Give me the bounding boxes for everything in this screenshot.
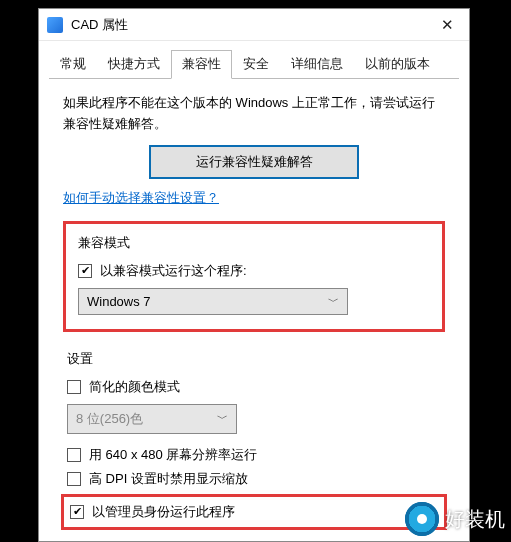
close-button[interactable]: ✕ — [425, 10, 469, 40]
close-icon: ✕ — [441, 16, 454, 34]
reduced-color-label: 简化的颜色模式 — [89, 378, 180, 396]
chevron-down-icon: ﹀ — [217, 411, 228, 426]
tab-previous-versions[interactable]: 以前的版本 — [354, 50, 441, 79]
run-as-admin-highlight: 以管理员身份运行此程序 — [61, 494, 447, 530]
settings-group-title: 设置 — [67, 350, 441, 368]
properties-dialog: CAD 属性 ✕ 常规 快捷方式 兼容性 安全 详细信息 以前的版本 如果此程序… — [38, 8, 470, 542]
manual-settings-link[interactable]: 如何手动选择兼容性设置？ — [63, 190, 219, 205]
troubleshoot-button[interactable]: 运行兼容性疑难解答 — [149, 145, 359, 179]
compat-os-select[interactable]: Windows 7 ﹀ — [78, 288, 348, 315]
run-as-admin-checkbox[interactable] — [70, 505, 84, 519]
compat-group-title: 兼容模式 — [78, 234, 430, 252]
compat-mode-row[interactable]: 以兼容模式运行这个程序: — [78, 262, 430, 280]
disable-dpi-label: 高 DPI 设置时禁用显示缩放 — [89, 470, 248, 488]
chevron-down-icon: ﹀ — [328, 294, 339, 309]
reduced-color-row[interactable]: 简化的颜色模式 — [67, 378, 441, 396]
window-title: CAD 属性 — [71, 16, 425, 34]
tab-content: 如果此程序不能在这个版本的 Windows 上正常工作，请尝试运行兼容性疑难解答… — [39, 79, 469, 541]
reduced-color-checkbox[interactable] — [67, 380, 81, 394]
titlebar: CAD 属性 ✕ — [39, 9, 469, 41]
compat-mode-group: 兼容模式 以兼容模式运行这个程序: Windows 7 ﹀ — [63, 221, 445, 332]
tab-security[interactable]: 安全 — [232, 50, 280, 79]
res640-checkbox[interactable] — [67, 448, 81, 462]
compat-os-value: Windows 7 — [87, 294, 151, 309]
tab-bar: 常规 快捷方式 兼容性 安全 详细信息 以前的版本 — [49, 49, 459, 79]
settings-group: 设置 简化的颜色模式 8 位(256)色 ﹀ 用 640 x 480 屏幕分辨率… — [63, 350, 445, 530]
disable-dpi-checkbox[interactable] — [67, 472, 81, 486]
tab-general[interactable]: 常规 — [49, 50, 97, 79]
intro-text: 如果此程序不能在这个版本的 Windows 上正常工作，请尝试运行兼容性疑难解答… — [63, 93, 445, 135]
res640-label: 用 640 x 480 屏幕分辨率运行 — [89, 446, 257, 464]
tab-compatibility[interactable]: 兼容性 — [171, 50, 232, 79]
res640-row[interactable]: 用 640 x 480 屏幕分辨率运行 — [67, 446, 441, 464]
run-as-admin-row[interactable]: 以管理员身份运行此程序 — [70, 503, 438, 521]
tab-details[interactable]: 详细信息 — [280, 50, 354, 79]
compat-mode-checkbox[interactable] — [78, 264, 92, 278]
color-depth-select: 8 位(256)色 ﹀ — [67, 404, 237, 434]
run-as-admin-label: 以管理员身份运行此程序 — [92, 503, 235, 521]
tab-shortcut[interactable]: 快捷方式 — [97, 50, 171, 79]
app-icon — [47, 17, 63, 33]
compat-mode-label: 以兼容模式运行这个程序: — [100, 262, 247, 280]
color-depth-value: 8 位(256)色 — [76, 410, 143, 428]
disable-dpi-row[interactable]: 高 DPI 设置时禁用显示缩放 — [67, 470, 441, 488]
